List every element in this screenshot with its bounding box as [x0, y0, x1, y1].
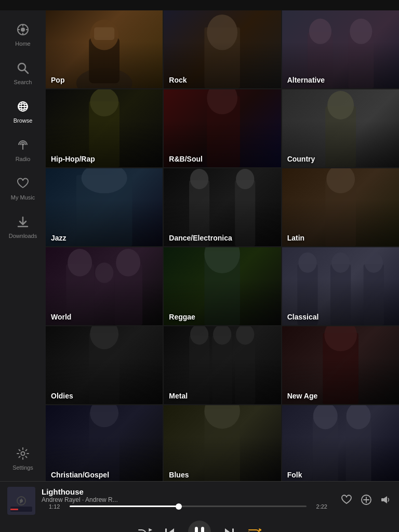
- sidebar: Home Search Browse: [0, 10, 46, 481]
- genre-label-country: Country: [287, 155, 315, 163]
- genre-tile-rnb[interactable]: R&B/Soul: [164, 89, 281, 167]
- svg-rect-79: [165, 528, 167, 533]
- svg-point-19: [309, 19, 331, 44]
- svg-point-33: [236, 169, 254, 189]
- svg-point-53: [190, 326, 208, 344]
- track-info: Lighthouse Andrew Rayel · Andrew R... 1:…: [42, 487, 335, 515]
- svg-rect-42: [205, 251, 241, 325]
- svg-point-67: [346, 405, 370, 429]
- svg-rect-77: [381, 498, 384, 501]
- track-title: Lighthouse: [42, 487, 335, 496]
- sidebar-item-home-label: Home: [15, 41, 30, 47]
- svg-point-47: [331, 252, 350, 273]
- svg-point-12: [76, 68, 132, 88]
- like-button[interactable]: [341, 494, 352, 508]
- sidebar-item-radio-label: Radio: [16, 156, 31, 162]
- browse-icon: [16, 100, 30, 115]
- progress-section: 1:12 2:22: [42, 503, 335, 515]
- svg-point-61: [90, 405, 118, 427]
- status-bar: [0, 0, 399, 10]
- genre-label-pop: Pop: [51, 76, 64, 84]
- genre-tile-latin[interactable]: Latin: [282, 168, 399, 246]
- svg-marker-83: [225, 528, 231, 533]
- svg-rect-46: [330, 264, 351, 325]
- sidebar-item-mymusic[interactable]: My Music: [0, 169, 46, 208]
- radio-icon: [16, 138, 30, 154]
- svg-point-27: [327, 91, 354, 119]
- svg-rect-32: [235, 180, 255, 246]
- genre-tile-classical[interactable]: Classical: [282, 247, 399, 325]
- svg-rect-16: [205, 27, 241, 88]
- svg-rect-38: [114, 264, 142, 325]
- home-icon: [16, 23, 30, 38]
- svg-point-80: [188, 521, 211, 532]
- svg-rect-40: [94, 274, 114, 325]
- sidebar-item-home[interactable]: Home: [0, 16, 46, 54]
- genre-label-alternative: Alternative: [287, 76, 325, 84]
- svg-rect-34: [325, 180, 356, 246]
- genre-tile-christian[interactable]: Christian/Gospel: [46, 405, 163, 481]
- loop-button[interactable]: [247, 526, 261, 533]
- volume-button[interactable]: [380, 494, 392, 508]
- sidebar-item-downloads[interactable]: Downloads: [0, 208, 46, 246]
- svg-rect-48: [363, 264, 383, 325]
- svg-rect-82: [201, 527, 204, 532]
- svg-point-45: [298, 252, 316, 273]
- add-button[interactable]: [361, 494, 372, 508]
- genre-grid: Pop Rock Alternative: [46, 10, 399, 481]
- total-time: 2:22: [311, 503, 327, 510]
- genre-tile-hiphop[interactable]: Hip-Hop/Rap: [46, 89, 163, 167]
- genre-tile-reggae[interactable]: Reggae: [164, 247, 281, 325]
- genre-label-rock: Rock: [169, 76, 187, 84]
- svg-point-73: [20, 499, 23, 502]
- svg-rect-71: [10, 509, 18, 510]
- sidebar-item-browse[interactable]: Browse: [0, 92, 46, 131]
- genre-tile-oldies[interactable]: Oldies: [46, 326, 163, 404]
- sidebar-item-radio[interactable]: Radio: [0, 131, 46, 169]
- genre-tile-dance[interactable]: Dance/Electronica: [164, 168, 281, 246]
- svg-point-14: [90, 20, 118, 50]
- svg-rect-81: [195, 527, 198, 532]
- genre-label-folk: Folk: [287, 471, 302, 479]
- shuffle-button[interactable]: [138, 526, 152, 533]
- pause-button[interactable]: [188, 520, 211, 532]
- svg-point-17: [207, 15, 238, 50]
- main-layout: Home Search Browse: [0, 10, 399, 481]
- sidebar-item-mymusic-label: My Music: [11, 194, 35, 201]
- svg-rect-28: [76, 175, 132, 246]
- svg-rect-54: [212, 336, 232, 404]
- album-thumbnail[interactable]: ♪: [7, 487, 35, 515]
- next-button[interactable]: [222, 526, 236, 533]
- sidebar-item-search[interactable]: Search: [0, 54, 46, 92]
- progress-bar[interactable]: [70, 506, 307, 507]
- current-time: 1:12: [49, 503, 65, 510]
- genre-tile-world[interactable]: World: [46, 247, 163, 325]
- genre-tile-jazz[interactable]: Jazz: [46, 168, 163, 246]
- genre-tile-newage[interactable]: New Age: [282, 326, 399, 404]
- svg-rect-13: [89, 37, 119, 83]
- svg-point-31: [190, 169, 208, 189]
- svg-point-65: [313, 405, 337, 429]
- genre-tile-blues[interactable]: Blues: [164, 405, 281, 481]
- genre-tile-country[interactable]: Country: [282, 89, 399, 167]
- genre-label-newage: New Age: [287, 392, 318, 400]
- genre-label-reggae: Reggae: [169, 313, 195, 321]
- svg-point-59: [324, 326, 357, 351]
- svg-point-41: [95, 262, 113, 283]
- sidebar-item-browse-label: Browse: [14, 117, 33, 124]
- svg-point-57: [236, 326, 254, 344]
- genre-tile-rock[interactable]: Rock: [164, 10, 281, 88]
- progress-fill: [70, 506, 179, 507]
- svg-point-25: [207, 89, 238, 114]
- progress-thumb: [176, 503, 182, 510]
- genre-tile-alternative[interactable]: Alternative: [282, 10, 399, 88]
- genre-grid-area: Pop Rock Alternative: [46, 10, 399, 481]
- genre-label-oldies: Oldies: [51, 392, 73, 400]
- genre-tile-pop[interactable]: Pop: [46, 10, 163, 88]
- sidebar-item-settings[interactable]: Settings: [0, 440, 46, 481]
- genre-tile-folk[interactable]: Folk: [282, 405, 399, 481]
- svg-rect-84: [232, 528, 234, 533]
- genre-tile-metal[interactable]: Metal: [164, 326, 281, 404]
- search-icon: [16, 61, 30, 77]
- previous-button[interactable]: [163, 526, 177, 533]
